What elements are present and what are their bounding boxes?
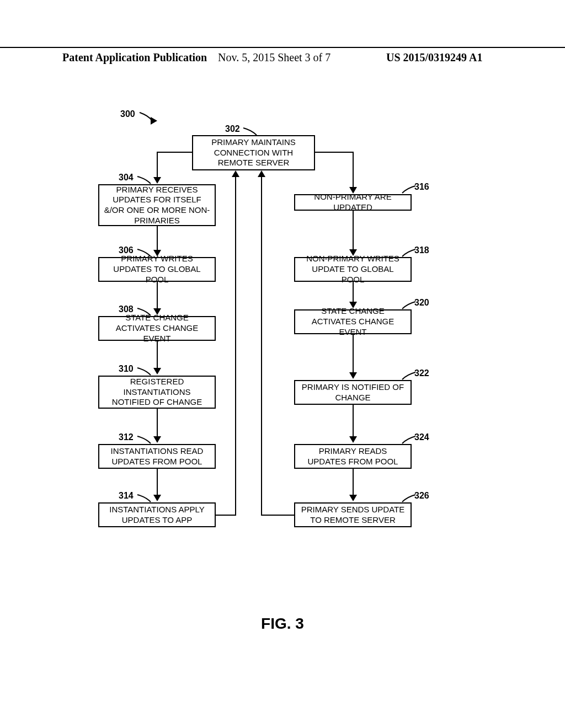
ref-320: 320	[414, 298, 429, 308]
ref-318: 318	[414, 245, 429, 255]
ref-302: 302	[225, 124, 240, 134]
ah-326-ret	[258, 170, 265, 177]
seg-302-316-h	[315, 152, 353, 153]
node-320: STATE CHANGE ACTIVATES CHANGE EVENT	[294, 309, 412, 334]
seg-302-304-h	[157, 152, 192, 153]
seg-326-ret-h	[261, 515, 294, 516]
seg-310-312	[157, 409, 158, 437]
seg-316-318	[353, 211, 354, 250]
ah-302-304	[153, 177, 161, 184]
seg-302-304-v	[157, 152, 158, 178]
flowchart-diagram: 300 302 304 306 308 310 312 314 316 318 …	[62, 105, 504, 601]
seg-312-314	[157, 469, 158, 496]
node-318: NON-PRIMARY WRITES UPDATE TO GLOBAL POOL	[294, 257, 412, 282]
node-306: PRIMARY WRITES UPDATES TO GLOBAL POOL	[98, 257, 216, 282]
ref-312: 312	[119, 432, 134, 442]
seg-318-320	[353, 282, 354, 303]
ah-324-326	[349, 495, 357, 501]
ah-304-306	[153, 250, 161, 256]
header-left: Patent Application Publication	[62, 51, 207, 64]
seg-304-306	[157, 226, 158, 251]
seg-320-322	[353, 334, 354, 373]
node-304: PRIMARY RECEIVES UPDATES FOR ITSELF &/OR…	[98, 184, 216, 226]
ref-324: 324	[414, 432, 429, 442]
seg-314-ret-h	[216, 515, 235, 516]
ah-314-ret	[232, 170, 239, 177]
ah-306-308	[153, 308, 161, 315]
arrowhead-300	[151, 117, 157, 125]
ref-322: 322	[414, 368, 429, 378]
node-316: NON-PRIMARY ARE UPDATED	[294, 194, 412, 211]
ah-322-324	[349, 436, 357, 443]
ref-300: 300	[120, 109, 135, 119]
ref-314: 314	[119, 491, 134, 501]
figure-caption: FIG. 3	[0, 615, 565, 633]
ref-326: 326	[414, 491, 429, 501]
page-header: Patent Application Publication Nov. 5, 2…	[0, 47, 565, 51]
node-308: STATE CHANGE ACTIVATES CHANGE EVENT	[98, 316, 216, 341]
header-mid: Nov. 5, 2015 Sheet 3 of 7	[218, 51, 331, 64]
seg-326-ret-v	[261, 177, 262, 516]
seg-322-324	[353, 405, 354, 437]
node-312: INSTANTIATIONS READ UPDATES FROM POOL	[98, 444, 216, 469]
ah-316-318	[349, 249, 357, 256]
header-right: US 2015/0319249 A1	[386, 51, 482, 64]
ref-310: 310	[119, 364, 134, 374]
seg-302-316-v	[353, 152, 354, 188]
ah-308-310	[153, 368, 161, 374]
ah-302-316	[349, 187, 357, 194]
seg-324-326	[353, 469, 354, 496]
node-314: INSTANTIATIONS APPLY UPDATES TO APP	[98, 502, 216, 527]
ah-320-322	[349, 372, 357, 379]
ah-312-314	[153, 495, 161, 501]
ah-310-312	[153, 436, 161, 443]
seg-314-ret-v	[235, 177, 236, 516]
node-326: PRIMARY SENDS UPDATE TO REMOTE SERVER	[294, 502, 412, 527]
seg-308-310	[157, 341, 158, 369]
seg-306-308	[157, 282, 158, 309]
node-324: PRIMARY READS UPDATES FROM POOL	[294, 444, 412, 469]
node-302: PRIMARY MAINTAINS CONNECTION WITH REMOTE…	[192, 135, 315, 170]
ah-318-320	[349, 302, 357, 308]
node-322: PRIMARY IS NOTIFIED OF CHANGE	[294, 380, 412, 405]
ref-316: 316	[414, 182, 429, 192]
ref-304: 304	[119, 173, 134, 183]
node-310: REGISTERED INSTANTIATIONS NOTIFIED OF CH…	[98, 376, 216, 409]
